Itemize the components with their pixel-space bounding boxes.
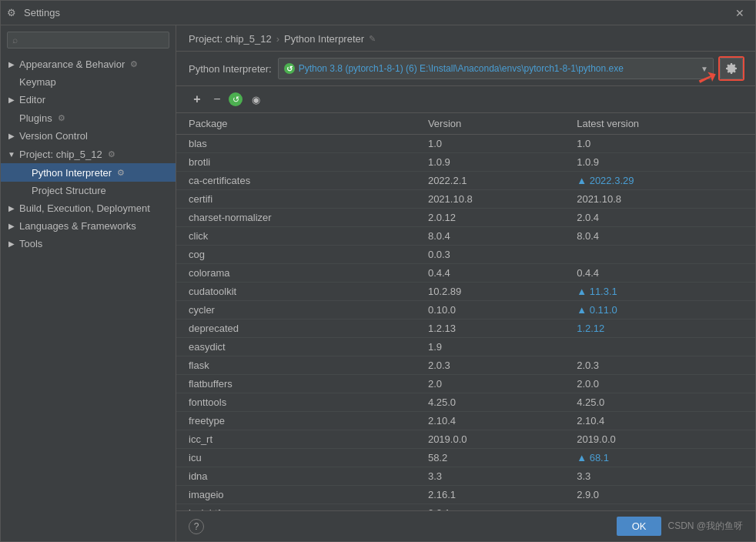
refresh-button[interactable]: ↺ [229, 92, 243, 106]
package-version: 0.0.3 [416, 246, 564, 264]
package-name: deprecated [176, 320, 416, 338]
package-name: insightface [176, 504, 416, 511]
chevron-right-icon: ▶ [7, 95, 16, 105]
footer-right: OK CSDN @我的鱼呀 [617, 517, 743, 536]
package-latest-version: 1.0 [564, 135, 755, 153]
table-row[interactable]: colorama0.4.40.4.4 [176, 264, 755, 283]
package-toolbar: + − ↺ ◉ [176, 86, 755, 113]
breadcrumb-current: Python Interpreter [284, 33, 364, 45]
table-row[interactable]: click8.0.48.0.4 [176, 227, 755, 246]
package-version: 1.2.13 [416, 320, 564, 338]
table-row[interactable]: blas1.01.0 [176, 135, 755, 153]
package-latest-version: ▲ 2022.3.29 [564, 172, 755, 190]
interpreter-row: Python Interpreter: ↺ Python 3.8 (pytorc… [176, 52, 755, 86]
chevron-right-icon: ▶ [7, 59, 16, 69]
add-package-button[interactable]: + [189, 91, 206, 108]
package-version: 2.0 [416, 375, 564, 393]
table-row[interactable]: freetype2.10.42.10.4 [176, 412, 755, 430]
interpreter-select[interactable]: ↺ Python 3.8 (pytorch1-8-1) (6) E:\Insta… [278, 58, 714, 79]
package-table: Package Version Latest version blas1.01.… [176, 113, 755, 510]
table-row[interactable]: cycler0.10.0▲ 0.11.0 [176, 301, 755, 320]
search-input[interactable] [7, 32, 169, 49]
package-latest-version: ▲ 0.11.0 [564, 301, 755, 320]
sidebar-item-project[interactable]: ▼ Project: chip_5_12 ⚙ [1, 145, 176, 163]
sidebar-item-project-structure[interactable]: Project Structure [1, 182, 176, 199]
sidebar-item-build[interactable]: ▶ Build, Execution, Deployment [1, 199, 176, 217]
table-row[interactable]: insightface0.2.1 [176, 504, 755, 511]
package-version: 3.3 [416, 467, 564, 486]
ok-button[interactable]: OK [617, 517, 662, 536]
package-latest-version: 2.0.4 [564, 209, 755, 227]
project-icon: ⚙ [105, 148, 118, 160]
dropdown-arrow-icon[interactable]: ▼ [701, 65, 708, 73]
sidebar-item-label: Build, Execution, Deployment [19, 202, 150, 214]
sidebar-item-python-interpreter[interactable]: Python Interpreter ⚙ [1, 163, 176, 182]
table-row[interactable]: icu58.2▲ 68.1 [176, 449, 755, 467]
package-latest-version: 2.0.0 [564, 375, 755, 393]
sidebar-item-tools[interactable]: ▶ Tools [1, 235, 176, 253]
chevron-right-icon: ▶ [7, 204, 16, 213]
sidebar-item-version-control[interactable]: ▶ Version Control [1, 127, 176, 145]
package-name: cycler [176, 301, 416, 320]
package-version: 0.4.4 [416, 264, 564, 283]
chevron-right-icon: ▶ [7, 239, 16, 249]
package-name: cudatoolkit [176, 283, 416, 301]
sidebar-item-plugins[interactable]: Plugins ⚙ [1, 109, 176, 127]
package-name: fonttools [176, 393, 416, 412]
table-row[interactable]: fonttools4.25.04.25.0 [176, 393, 755, 412]
package-latest-version [564, 338, 755, 356]
close-button[interactable]: ✕ [731, 5, 749, 21]
package-version: 1.9 [416, 338, 564, 356]
table-row[interactable]: charset-normalizer2.0.122.0.4 [176, 209, 755, 227]
package-latest-version: 0.4.4 [564, 264, 755, 283]
sidebar-item-editor[interactable]: ▶ Editor [1, 91, 176, 109]
package-name: click [176, 227, 416, 246]
table-row[interactable]: icc_rt2019.0.02019.0.0 [176, 430, 755, 449]
package-name: colorama [176, 264, 416, 283]
table-row[interactable]: cudatoolkit10.2.89▲ 11.3.1 [176, 283, 755, 301]
sidebar-item-languages[interactable]: ▶ Languages & Frameworks [1, 217, 176, 235]
table-row[interactable]: imageio2.16.12.9.0 [176, 486, 755, 504]
chevron-down-icon: ▼ [7, 149, 16, 159]
table-row[interactable]: easydict1.9 [176, 338, 755, 356]
sidebar-item-label: Languages & Frameworks [19, 220, 136, 232]
package-table-wrapper: Package Version Latest version blas1.01.… [176, 113, 755, 510]
table-row[interactable]: cog0.0.3 [176, 246, 755, 264]
breadcrumb-edit-icon[interactable]: ✎ [369, 34, 376, 44]
footer: ? OK CSDN @我的鱼呀 [176, 510, 755, 541]
package-name: ca-certificates [176, 172, 416, 190]
package-name: imageio [176, 486, 416, 504]
package-name: flask [176, 356, 416, 375]
interpreter-label: Python Interpreter: [189, 63, 272, 75]
sidebar-item-keymap[interactable]: Keymap [1, 73, 176, 91]
remove-package-button[interactable]: − [209, 91, 226, 108]
column-header-version: Version [416, 113, 564, 135]
package-name: icc_rt [176, 430, 416, 449]
column-header-latest: Latest version [564, 113, 755, 135]
package-name: freetype [176, 412, 416, 430]
breadcrumb-separator: › [276, 33, 279, 45]
sidebar-item-label: Project Structure [32, 185, 106, 196]
eye-icon[interactable]: ◉ [252, 94, 260, 105]
package-name: brotli [176, 153, 416, 172]
table-row[interactable]: deprecated1.2.131.2.12 [176, 320, 755, 338]
sidebar-item-appearance[interactable]: ▶ Appearance & Behavior ⚙ [1, 55, 176, 73]
settings-window: ⚙ Settings ✕ ▶ Appearance & Behavior ⚙ K… [0, 0, 756, 542]
table-row[interactable]: flatbuffers2.02.0.0 [176, 375, 755, 393]
help-button[interactable]: ? [189, 519, 204, 534]
package-version: 2.0.3 [416, 356, 564, 375]
svg-text:↺: ↺ [286, 65, 293, 73]
title-bar: ⚙ Settings ✕ [1, 1, 755, 25]
interpreter-gear-button[interactable] [720, 58, 743, 79]
table-row[interactable]: brotli1.0.91.0.9 [176, 153, 755, 172]
table-row[interactable]: certifi2021.10.82021.10.8 [176, 190, 755, 209]
table-row[interactable]: idna3.33.3 [176, 467, 755, 486]
table-row[interactable]: ca-certificates2022.2.1▲ 2022.3.29 [176, 172, 755, 190]
watermark: CSDN @我的鱼呀 [667, 520, 743, 533]
package-version: 0.10.0 [416, 301, 564, 320]
sidebar-item-label: Version Control [19, 130, 88, 142]
breadcrumb-project: Project: chip_5_12 [189, 33, 272, 45]
package-version: 2.0.12 [416, 209, 564, 227]
main-content: ▶ Appearance & Behavior ⚙ Keymap ▶ Edito… [1, 25, 755, 541]
table-row[interactable]: flask2.0.32.0.3 [176, 356, 755, 375]
